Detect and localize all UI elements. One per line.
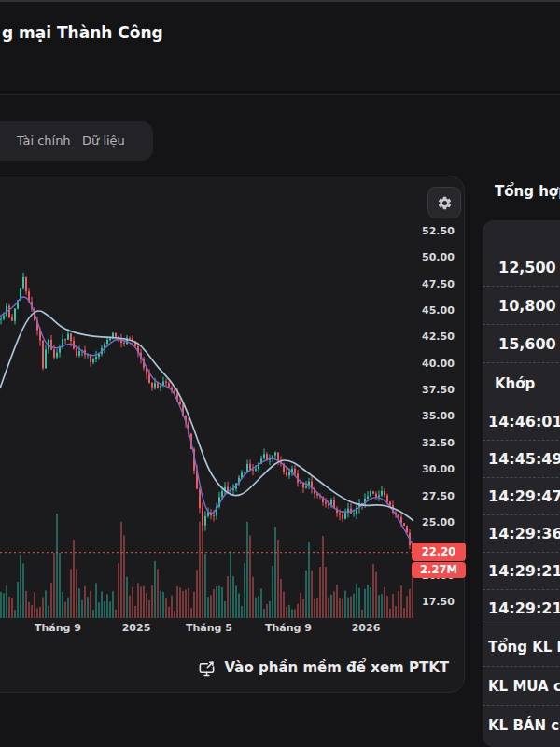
chart-settings-button[interactable] [427,187,461,218]
x-tick-label: 2025 [122,622,151,634]
summary-row: 10,800 [483,287,560,325]
summary-row-label: 10,800 [498,297,556,315]
last-price-badge: 22.20 [412,543,466,561]
open-software-link[interactable]: Vào phần mềm để xem PTKT [198,656,449,679]
tab-tai-chinh[interactable]: Tài chính [17,134,71,148]
y-tick-label: 47.50 [422,278,463,291]
match-time-row: 14:29:47 [483,478,560,515]
match-time-row-label: 14:29:47 [488,487,560,505]
volume-layer [0,505,413,618]
match-time-row: 14:46:01 [483,403,560,441]
panel-footer-row-label: KL MUA c [488,678,560,695]
summary-row-label: 15,600 [498,335,556,353]
panel-footer-row: KL BÁN ch [483,706,560,745]
summary-row-label: 12,500 [498,259,556,276]
match-time-row: 14:29:21 [483,553,560,590]
x-tick-label: Tháng 9 [35,622,81,634]
y-tick-label: 25.00 [422,516,463,529]
match-header-row: Khớp [483,363,560,403]
panel-spacer [483,220,560,248]
header-divider [0,94,560,95]
match-time-row-label: 14:29:21 [488,562,560,580]
y-tick-label: 45.00 [422,304,463,317]
match-header-row-label: Khớp [495,375,535,392]
y-tick-label: 52.50 [422,225,463,238]
y-tick-label: 40.00 [422,358,463,371]
tab-du-lieu[interactable]: Dữ liệu [82,134,125,148]
external-monitor-icon [198,659,216,677]
x-tick-label: Tháng 5 [186,622,232,634]
panel-footer-row-label: Tổng KL k [488,639,560,655]
y-tick-label: 30.00 [422,463,463,476]
match-time-row-label: 14:29:36 [488,525,560,543]
summary-row: 12,500 [483,248,560,287]
x-tick-label: Tháng 9 [265,622,312,634]
match-time-row-label: 14:45:49 [488,450,560,468]
y-tick-label: 42.50 [422,331,463,344]
x-tick-label: 2026 [352,622,381,634]
match-time-row-label: 14:46:01 [488,413,560,430]
panel-footer-row: Tổng KL k [483,627,560,667]
y-tick-label: 32.50 [422,437,463,450]
y-tick-label: 17.50 [422,596,463,609]
panel-title: Tổng hợp [495,183,560,200]
gear-icon [437,195,453,211]
match-time-row: 14:29:36 [483,515,560,553]
price-chart[interactable] [0,176,464,635]
panel-footer-row-label: KL BÁN ch [488,717,560,734]
page-title: g mại Thành Công [2,23,163,42]
panel-footer-row: KL MUA c [483,667,560,706]
y-tick-label: 37.50 [422,384,463,397]
app-root: g mại Thành Công Tài chính Dữ liệu 52.50… [0,0,560,747]
match-time-row-label: 14:29:21 [488,599,560,617]
order-panel: 12,50010,80015,600Khớp14:46:0114:45:4914… [483,220,560,747]
last-volume-badge: 2.27M [412,562,466,578]
open-software-label: Vào phần mềm để xem PTKT [225,659,449,676]
window-top-edge [0,0,560,2]
y-tick-label: 35.00 [422,410,463,423]
y-tick-label: 50.00 [422,251,463,264]
summary-row: 15,600 [483,325,560,363]
match-time-row: 14:29:21 [483,590,560,627]
match-time-row: 14:45:49 [483,441,560,478]
y-tick-label: 27.50 [422,490,463,503]
